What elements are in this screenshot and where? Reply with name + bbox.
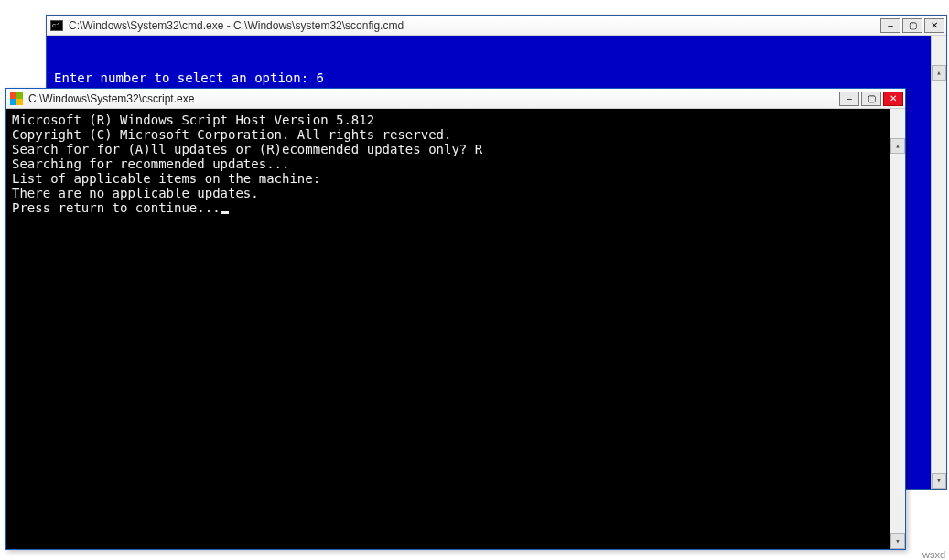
text-cursor <box>221 211 229 214</box>
cscript-console-body[interactable]: Microsoft (R) Windows Script Host Versio… <box>6 109 905 549</box>
console-line: Press return to continue... <box>12 200 900 215</box>
maximize-button[interactable]: ▢ <box>902 18 922 33</box>
console-line: Search for for (A)ll updates or (R)ecomm… <box>12 142 900 156</box>
script-host-icon <box>10 92 23 105</box>
console-line: There are no applicable updates. <box>12 186 900 200</box>
cscript-window: C:\Windows\System32\cscript.exe – ▢ ✕ Mi… <box>5 88 906 550</box>
minimize-button[interactable]: – <box>839 92 859 106</box>
scroll-up-icon[interactable]: ▴ <box>932 65 946 81</box>
close-button[interactable]: ✕ <box>924 18 944 33</box>
scroll-up-icon[interactable]: ▴ <box>890 138 905 154</box>
console-line: List of applicable items on the machine: <box>12 171 900 186</box>
cscript-scrollbar[interactable]: ▴ ▾ <box>890 109 905 549</box>
console-line: Microsoft (R) Windows Script Host Versio… <box>12 113 900 127</box>
cscript-titlebar[interactable]: C:\Windows\System32\cscript.exe – ▢ ✕ <box>6 89 905 109</box>
cmd-titlebar[interactable]: c:\ C:\Windows\System32\cmd.exe - C:\Win… <box>47 16 946 36</box>
maximize-button[interactable]: ▢ <box>861 92 881 106</box>
console-line: Searching for recommended updates... <box>12 156 900 171</box>
cmd-scrollbar[interactable]: ▴ ▾ <box>931 36 946 489</box>
close-button[interactable]: ✕ <box>883 92 903 106</box>
minimize-button[interactable]: – <box>880 18 900 33</box>
cscript-window-controls: – ▢ ✕ <box>839 92 903 106</box>
cmd-title-text: C:\Windows\System32\cmd.exe - C:\Windows… <box>69 19 404 32</box>
scroll-down-icon[interactable]: ▾ <box>890 533 905 549</box>
cscript-title-text: C:\Windows\System32\cscript.exe <box>28 92 194 105</box>
cmd-icon: c:\ <box>50 20 63 31</box>
cmd-line: Enter number to select an option: 6 <box>54 70 939 85</box>
watermark-text: wsxd <box>922 549 945 560</box>
cmd-window-controls: – ▢ ✕ <box>880 18 944 33</box>
console-line: Copyright (C) Microsoft Corporation. All… <box>12 127 900 142</box>
scroll-down-icon[interactable]: ▾ <box>932 473 946 489</box>
